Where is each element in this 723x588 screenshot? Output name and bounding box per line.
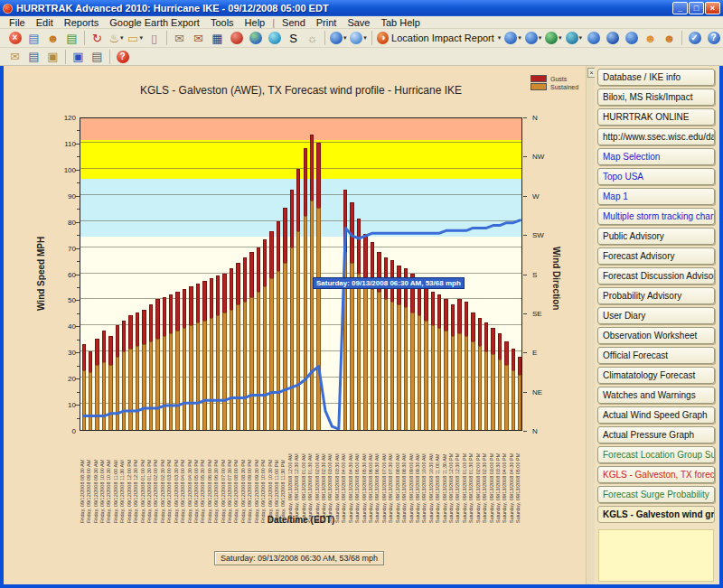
save-icon[interactable]: ▣ bbox=[70, 48, 87, 65]
person-report-icon[interactable]: ☻ bbox=[642, 30, 659, 47]
sustained-bar[interactable] bbox=[457, 333, 461, 430]
sustained-bar[interactable] bbox=[363, 284, 367, 430]
menu-send[interactable]: Send bbox=[277, 17, 311, 28]
sustained-bar[interactable] bbox=[102, 362, 106, 430]
sustained-bar[interactable] bbox=[384, 299, 388, 430]
sustained-bar[interactable] bbox=[357, 274, 361, 431]
print-preview-icon[interactable]: ▤ bbox=[25, 48, 42, 65]
sustained-bar[interactable] bbox=[377, 292, 380, 430]
sustained-bar[interactable] bbox=[149, 341, 153, 430]
sidebar-tab-climatatology-forecast[interactable]: Climatatology Forecast bbox=[597, 367, 715, 384]
sustained-bar[interactable] bbox=[296, 231, 300, 430]
sustained-bar[interactable] bbox=[418, 315, 421, 430]
close-button[interactable]: × bbox=[705, 2, 720, 14]
window-icon[interactable]: ▤ bbox=[25, 30, 42, 47]
report-sphere2-icon[interactable]: ▾ bbox=[524, 30, 542, 47]
sidebar-tab-watches-and-warnings[interactable]: Watches and Warnings bbox=[597, 387, 715, 404]
sidebar-tab-forecast-surge-probability[interactable]: Forecast Surge Probability bbox=[597, 486, 715, 503]
sustained-bar[interactable] bbox=[498, 359, 502, 430]
sidebar-tab-kgls-galveston-wind-graph[interactable]: KGLS - Galveston wind graph bbox=[597, 506, 715, 523]
sidebar-tab-topo-usa[interactable]: Topo USA bbox=[597, 168, 715, 185]
globe-lightning-icon[interactable] bbox=[266, 30, 283, 47]
sustained-bar[interactable] bbox=[210, 318, 213, 430]
sustained-bar[interactable] bbox=[424, 321, 427, 430]
sustained-bar[interactable] bbox=[478, 346, 482, 430]
menu-help[interactable]: Help bbox=[239, 17, 271, 28]
globe-red-icon[interactable] bbox=[228, 30, 245, 47]
sustained-bar[interactable] bbox=[518, 375, 521, 430]
clock-check-icon[interactable]: ✓ bbox=[686, 30, 703, 47]
sustained-bar[interactable] bbox=[222, 313, 226, 430]
sustained-bar[interactable] bbox=[451, 336, 455, 430]
globe-web-icon[interactable]: ▾ bbox=[329, 30, 347, 47]
sidebar-tab-biloxi-ms-risk-impact[interactable]: Biloxi, MS Risk/Impact bbox=[597, 89, 715, 106]
menu-save[interactable]: Save bbox=[342, 17, 375, 28]
panel-splitter[interactable]: × bbox=[586, 66, 595, 584]
sustained-bar[interactable] bbox=[175, 331, 179, 430]
map-icon[interactable]: ▦ bbox=[209, 30, 226, 47]
sustained-bar[interactable] bbox=[471, 341, 474, 430]
google-earth-icon[interactable]: ▾ bbox=[349, 30, 367, 47]
sustained-bar[interactable] bbox=[269, 278, 273, 430]
stamp-icon[interactable]: ▣ bbox=[44, 48, 61, 65]
sustained-bar[interactable] bbox=[465, 336, 468, 430]
hurricane-gray-icon[interactable]: ☼ bbox=[304, 30, 321, 47]
person-report2-icon[interactable]: ☻ bbox=[661, 30, 678, 47]
mail-open-icon[interactable]: ✉ bbox=[6, 48, 23, 65]
sidebar-tab-probability-advisory[interactable]: Probability Advisory bbox=[597, 287, 715, 304]
sphere4-icon[interactable] bbox=[604, 30, 621, 47]
sustained-bar[interactable] bbox=[404, 307, 408, 430]
menu-file[interactable]: File bbox=[4, 17, 31, 28]
sidebar-tab-forecast-advisory[interactable]: Forecast Advisory bbox=[597, 247, 715, 265]
sidebar-tab-actual-wind-speed-graph[interactable]: Actual Wind Speed Graph bbox=[597, 406, 715, 424]
sustained-bar[interactable] bbox=[122, 351, 126, 430]
menu-edit[interactable]: Edit bbox=[31, 17, 59, 28]
sustained-bar[interactable] bbox=[108, 365, 112, 430]
delete-icon[interactable]: × bbox=[6, 30, 23, 47]
menu-tab-help[interactable]: Tab Help bbox=[375, 17, 425, 28]
sidebar-tab-actual-pressure-graph[interactable]: Actual Pressure Graph bbox=[597, 426, 715, 443]
sphere5-icon[interactable] bbox=[623, 30, 640, 47]
sustained-bar[interactable] bbox=[410, 313, 414, 430]
sustained-bar[interactable] bbox=[304, 216, 307, 430]
sustained-bar[interactable] bbox=[82, 370, 86, 431]
sidebar-tab-map-1[interactable]: Map 1 bbox=[597, 188, 715, 205]
mail-send-icon[interactable]: ✉ bbox=[171, 30, 188, 47]
sustained-bar[interactable] bbox=[283, 263, 286, 430]
sustained-bar[interactable] bbox=[236, 304, 239, 430]
sustained-bar[interactable] bbox=[89, 372, 92, 430]
sidebar-tab-forecast-discussion-advisory[interactable]: Forecast Discussion Advisory bbox=[597, 267, 715, 285]
sidebar-tab-observation-worksheet[interactable]: Observation Worksheet bbox=[597, 327, 715, 344]
sustained-bar[interactable] bbox=[196, 322, 200, 430]
s-icon[interactable]: S bbox=[285, 30, 302, 47]
report-green-icon[interactable]: ▾ bbox=[544, 30, 562, 47]
sustained-bar[interactable] bbox=[116, 357, 119, 430]
print-icon[interactable]: ▤ bbox=[89, 48, 106, 65]
sustained-bar[interactable] bbox=[163, 336, 166, 430]
sustained-bar[interactable] bbox=[277, 271, 280, 430]
sustained-bar[interactable] bbox=[310, 201, 314, 430]
sidebar-tab-hurrtrak-online[interactable]: HURRTRAK ONLINE bbox=[597, 108, 715, 126]
sustained-bar[interactable] bbox=[95, 365, 99, 430]
sustained-bar[interactable] bbox=[484, 351, 488, 430]
sustained-bar[interactable] bbox=[437, 328, 441, 430]
folder-icon[interactable]: ▭▾ bbox=[127, 30, 144, 47]
sustained-bar[interactable] bbox=[128, 349, 132, 430]
sustained-bar[interactable] bbox=[216, 315, 220, 430]
menu-reports[interactable]: Reports bbox=[59, 17, 105, 28]
sidebar-tab-user-diary[interactable]: User Diary bbox=[597, 307, 715, 324]
sidebar-tab-map-selection[interactable]: Map Selection bbox=[597, 148, 715, 165]
sidebar-tab-forecast-location-group-summary[interactable]: Forecast Location Group Summary bbox=[597, 446, 715, 463]
sustained-bar[interactable] bbox=[371, 289, 374, 430]
sustained-bar[interactable] bbox=[243, 302, 247, 430]
sidebar-tab-database-ike-info[interactable]: Database / IKE info bbox=[597, 69, 715, 86]
sidebar-tab-multiple-storm-tracking-chart[interactable]: Multiple storm tracking chart bbox=[597, 208, 715, 225]
sphere3-icon[interactable] bbox=[585, 30, 602, 47]
new-document-icon[interactable]: ▯ bbox=[146, 30, 163, 47]
sustained-bar[interactable] bbox=[189, 325, 192, 430]
sustained-bar[interactable] bbox=[169, 333, 173, 430]
storm-lamp-icon[interactable]: ♨▾ bbox=[108, 30, 125, 47]
sustained-bar[interactable] bbox=[390, 302, 394, 430]
report-list-icon[interactable]: ▤ bbox=[63, 30, 80, 47]
menu-print[interactable]: Print bbox=[311, 17, 343, 28]
